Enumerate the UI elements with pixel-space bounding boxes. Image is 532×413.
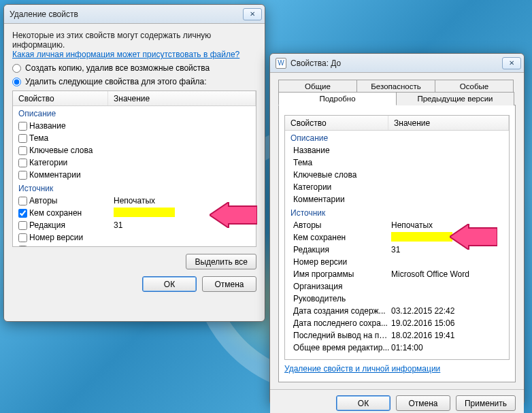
property-name: Комментарии xyxy=(29,170,114,180)
property-checkbox[interactable] xyxy=(18,233,27,242)
property-row[interactable]: Номер версии xyxy=(13,231,256,244)
close-button[interactable]: ✕ xyxy=(243,8,262,20)
col-value[interactable]: Значение xyxy=(108,91,256,105)
property-row[interactable]: Дата создания содерж...03.12.2015 22:42 xyxy=(285,305,509,317)
tab-Предыдущие версии[interactable]: Предыдущие версии xyxy=(396,92,514,105)
property-name: Категории xyxy=(290,182,391,192)
property-value: 31 xyxy=(114,220,250,230)
property-row[interactable]: Кем сохранен xyxy=(285,231,509,244)
property-value: Microsoft Office Word xyxy=(114,245,250,246)
property-checkbox[interactable] xyxy=(18,146,27,155)
group-description: Описание xyxy=(13,106,256,120)
property-row[interactable]: Тема xyxy=(285,156,509,169)
property-checkbox[interactable] xyxy=(18,171,27,180)
close-button[interactable]: ✕ xyxy=(502,57,521,69)
col-property[interactable]: Свойство xyxy=(285,116,388,130)
property-name: Имя программы xyxy=(29,245,114,246)
list-scroll[interactable]: Описание НазваниеТемаКлючевые словаКатег… xyxy=(285,131,509,359)
property-row[interactable]: Категории xyxy=(13,156,256,169)
property-value: 03.12.2015 22:42 xyxy=(391,306,503,316)
property-checkbox[interactable] xyxy=(18,122,27,131)
titlebar[interactable]: Удаление свойств ✕ xyxy=(4,5,265,24)
window-title: Удаление свойств xyxy=(10,10,78,19)
property-checkbox[interactable] xyxy=(18,246,27,247)
tab-page-details: Свойство Значение Описание НазваниеТемаК… xyxy=(278,105,516,382)
property-row[interactable]: АвторыНепочатых xyxy=(13,195,256,207)
property-row[interactable]: Редакция31 xyxy=(13,219,256,231)
property-value xyxy=(114,208,250,219)
help-link[interactable]: Какая личная информация может присутство… xyxy=(12,50,239,59)
list-scroll[interactable]: Описание НазваниеТемаКлючевые словаКатег… xyxy=(13,106,256,246)
group-description: Описание xyxy=(285,131,509,144)
ok-button[interactable]: ОК xyxy=(142,276,197,292)
property-row[interactable]: Общее время редактир...01:14:00 xyxy=(285,342,509,354)
file-properties-window: W Свойства: До ✕ ОбщиеБезопасностьОсобые… xyxy=(269,53,525,406)
property-checkbox[interactable] xyxy=(18,197,27,205)
property-name: Организация xyxy=(290,282,391,291)
remove-properties-window: Удаление свойств ✕ Некоторые из этих сво… xyxy=(3,4,265,322)
property-name: Тема xyxy=(29,133,114,143)
property-value: 18.02.2016 19:41 xyxy=(391,331,503,340)
property-row[interactable]: Название xyxy=(285,144,509,156)
property-name: Кем сохранен xyxy=(29,208,114,218)
property-name: Тема xyxy=(290,158,391,167)
close-icon: ✕ xyxy=(509,59,514,67)
property-row[interactable]: Комментарии xyxy=(13,169,256,181)
tab-Общие[interactable]: Общие xyxy=(278,80,357,93)
list-header: Свойство Значение xyxy=(13,91,256,106)
radio-remove-selected[interactable] xyxy=(12,78,21,86)
property-row[interactable]: Номер версии xyxy=(285,256,509,268)
property-row[interactable]: Имя программыMicrosoft Office Word xyxy=(13,244,256,246)
group-source: Источник xyxy=(285,205,509,219)
property-name: Название xyxy=(290,146,391,155)
property-row[interactable]: Ключевые слова xyxy=(13,144,256,156)
property-checkbox[interactable] xyxy=(18,134,27,143)
property-row[interactable]: Имя программыMicrosoft Office Word xyxy=(285,268,509,280)
property-row[interactable]: Последний вывод на печ...18.02.2016 19:4… xyxy=(285,329,509,342)
titlebar[interactable]: W Свойства: До ✕ xyxy=(270,54,524,73)
property-row[interactable]: Кем сохранен xyxy=(13,207,256,219)
col-value[interactable]: Значение xyxy=(388,116,509,130)
intro-text: Некоторые из этих свойств могут содержат… xyxy=(12,31,256,50)
select-all-button[interactable]: Выделить все xyxy=(186,254,256,269)
property-name: Последний вывод на печ... xyxy=(290,331,391,340)
property-name: Кем сохранен xyxy=(290,233,391,242)
radio-create-copy-label: Создать копию, удалив все возможные свой… xyxy=(25,63,210,73)
property-row[interactable]: Ключевые слова xyxy=(285,169,509,181)
tab-Безопасность[interactable]: Безопасность xyxy=(356,80,435,93)
window-title: Свойства: До xyxy=(290,59,341,68)
property-row[interactable]: Категории xyxy=(285,181,509,193)
property-row[interactable]: Редакция31 xyxy=(285,244,509,256)
properties-list: Свойство Значение Описание НазваниеТемаК… xyxy=(12,90,256,247)
cancel-button[interactable]: Отмена xyxy=(396,395,450,411)
tab-Подробно[interactable]: Подробно xyxy=(278,92,397,105)
property-row[interactable]: АвторыНепочатых xyxy=(285,219,509,231)
property-name: Авторы xyxy=(29,196,114,205)
property-name: Комментарии xyxy=(290,195,391,204)
col-property[interactable]: Свойство xyxy=(13,91,108,105)
remove-properties-link[interactable]: Удаление свойств и личной информации xyxy=(284,364,440,374)
property-name: Название xyxy=(29,121,114,131)
property-row[interactable]: Руководитель xyxy=(285,293,509,305)
property-row[interactable]: Организация xyxy=(285,280,509,293)
property-value: 31 xyxy=(391,245,503,254)
property-name: Авторы xyxy=(290,220,391,230)
property-row[interactable]: Тема xyxy=(13,132,256,144)
property-checkbox[interactable] xyxy=(18,209,27,218)
property-row[interactable]: Дата последнего сохра...19.02.2016 15:06 xyxy=(285,317,509,329)
property-row[interactable]: Название xyxy=(13,120,256,132)
property-value: Непочатых xyxy=(114,196,250,205)
property-checkbox[interactable] xyxy=(18,159,27,167)
cancel-button[interactable]: Отмена xyxy=(202,276,256,292)
radio-remove-selected-label: Удалить следующие свойства для этого фай… xyxy=(25,77,207,86)
property-name: Ключевые слова xyxy=(290,170,391,180)
property-name: Дата создания содерж... xyxy=(290,306,391,316)
property-checkbox[interactable] xyxy=(18,221,27,230)
ok-button[interactable]: ОК xyxy=(336,395,390,411)
property-row[interactable]: Комментарии xyxy=(285,193,509,205)
tab-Особые[interactable]: Особые xyxy=(435,80,514,93)
apply-button[interactable]: Применить xyxy=(456,395,516,411)
property-name: Номер версии xyxy=(290,257,391,267)
radio-create-copy[interactable] xyxy=(12,64,21,73)
property-value: 01:14:00 xyxy=(391,343,503,352)
